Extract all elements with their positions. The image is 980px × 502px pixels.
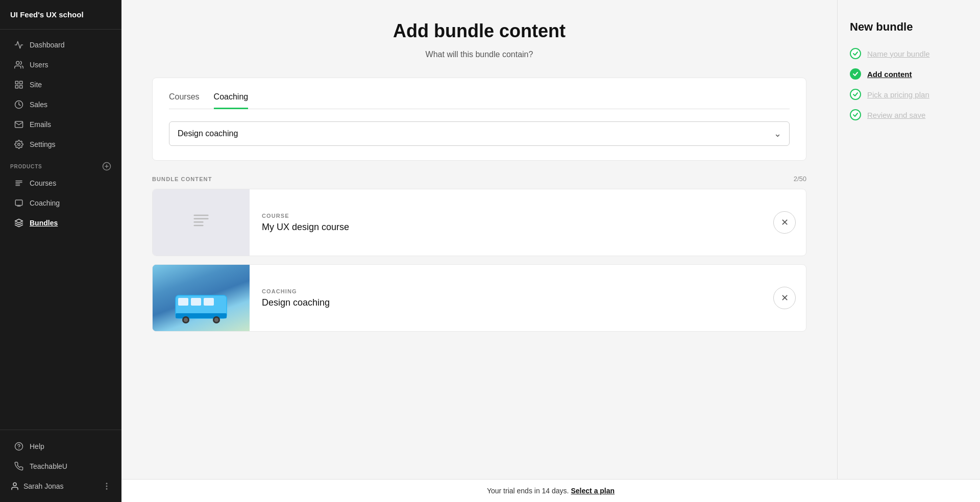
step-item-content: Add content bbox=[850, 68, 968, 80]
sidebar-item-site[interactable]: Site bbox=[4, 75, 117, 94]
sidebar-label-settings: Settings bbox=[30, 140, 56, 148]
sidebar-label-coaching: Coaching bbox=[30, 199, 60, 207]
new-bundle-title: New bundle bbox=[850, 20, 968, 34]
site-icon bbox=[14, 80, 23, 89]
dashboard-icon bbox=[14, 40, 23, 49]
content-tabs: Courses Coaching bbox=[169, 92, 790, 109]
dropdown-value: Design coaching bbox=[178, 129, 238, 138]
svg-rect-4 bbox=[20, 86, 22, 88]
svg-point-0 bbox=[16, 61, 19, 64]
center-panel: Add bundle content What will this bundle… bbox=[121, 0, 837, 479]
sidebar-label-sales: Sales bbox=[30, 101, 47, 109]
step-list: Name your bundle Add content Pick a pric… bbox=[850, 48, 968, 120]
teachableu-icon bbox=[14, 462, 23, 471]
sidebar-label-teachableu: TeachableU bbox=[30, 462, 67, 470]
svg-point-22 bbox=[106, 486, 107, 487]
sidebar-item-teachableu[interactable]: TeachableU bbox=[4, 457, 117, 476]
app-logo: UI Feed's UX school bbox=[0, 0, 121, 30]
coaching-icon bbox=[14, 198, 23, 208]
bundle-item-name-1: My UX design course bbox=[262, 222, 761, 233]
step-item-review: Review and save bbox=[850, 109, 968, 120]
step-label-pricing[interactable]: Pick a pricing plan bbox=[867, 90, 929, 99]
products-section-label: PRODUCTS bbox=[0, 155, 121, 173]
svg-point-6 bbox=[18, 143, 20, 146]
sidebar-item-dashboard[interactable]: Dashboard bbox=[4, 35, 117, 55]
bundle-item-name-2: Design coaching bbox=[262, 297, 761, 308]
step-label-name[interactable]: Name your bundle bbox=[867, 49, 930, 58]
sidebar: UI Feed's UX school Dashboard Users Site… bbox=[0, 0, 121, 502]
bundle-item-type-2: COACHING bbox=[262, 288, 761, 294]
bundle-content-label: BUNDLE CONTENT bbox=[152, 176, 212, 182]
right-panel: New bundle Name your bundle Add content bbox=[837, 0, 980, 479]
content-selection-card: Courses Coaching Design coaching ⌄ bbox=[152, 78, 806, 161]
sidebar-item-courses[interactable]: Courses bbox=[4, 173, 117, 193]
bundle-content-header: BUNDLE CONTENT 2/50 bbox=[152, 175, 806, 189]
course-placeholder-icon bbox=[191, 210, 211, 235]
step-item-name: Name your bundle bbox=[850, 48, 968, 59]
sidebar-item-settings[interactable]: Settings bbox=[4, 135, 117, 154]
bundle-item: COACHING Design coaching ✕ bbox=[152, 264, 806, 332]
help-icon bbox=[14, 442, 23, 451]
bottom-bar: Your trial ends in 14 days. Select a pla… bbox=[121, 479, 980, 502]
svg-rect-14 bbox=[15, 200, 22, 206]
tab-coaching[interactable]: Coaching bbox=[214, 92, 249, 109]
bundle-item-type-1: COURSE bbox=[262, 213, 761, 219]
settings-icon bbox=[14, 140, 23, 149]
sidebar-label-site: Site bbox=[30, 81, 42, 89]
sidebar-label-help: Help bbox=[30, 442, 44, 450]
remove-item-1-button[interactable]: ✕ bbox=[773, 211, 796, 234]
step-icon-name bbox=[850, 48, 861, 59]
user-name: Sarah Jonas bbox=[23, 482, 64, 490]
svg-point-23 bbox=[106, 489, 107, 490]
svg-rect-3 bbox=[15, 86, 18, 88]
select-plan-link[interactable]: Select a plan bbox=[571, 487, 615, 495]
add-product-icon[interactable] bbox=[102, 162, 111, 171]
sales-icon bbox=[14, 100, 23, 109]
step-icon-review bbox=[850, 109, 861, 120]
sidebar-user: Sarah Jonas bbox=[0, 476, 121, 496]
sidebar-item-bundles[interactable]: Bundles bbox=[4, 213, 117, 233]
coaching-dropdown-container: Design coaching ⌄ bbox=[169, 121, 790, 146]
bundle-content-section: BUNDLE CONTENT 2/50 COURSE My UX design … bbox=[152, 175, 806, 332]
courses-icon bbox=[14, 179, 23, 188]
coaching-dropdown[interactable]: Design coaching bbox=[169, 121, 790, 146]
remove-item-2-button[interactable]: ✕ bbox=[773, 287, 796, 309]
sidebar-item-help[interactable]: Help bbox=[4, 437, 117, 456]
sidebar-item-coaching[interactable]: Coaching bbox=[4, 193, 117, 213]
trial-text: Your trial ends in 14 days. bbox=[487, 487, 569, 495]
bundle-item-info-2: COACHING Design coaching bbox=[250, 278, 773, 318]
sidebar-item-users[interactable]: Users bbox=[4, 55, 117, 74]
page-subtitle: What will this bundle contain? bbox=[152, 50, 806, 59]
main-content: Add bundle content What will this bundle… bbox=[121, 0, 980, 502]
sidebar-label-dashboard: Dashboard bbox=[30, 41, 65, 49]
svg-rect-30 bbox=[191, 298, 201, 306]
sidebar-label-bundles: Bundles bbox=[30, 219, 58, 227]
svg-rect-2 bbox=[20, 81, 22, 84]
step-label-content[interactable]: Add content bbox=[867, 70, 912, 79]
step-label-review[interactable]: Review and save bbox=[867, 111, 925, 119]
svg-rect-31 bbox=[204, 298, 214, 306]
svg-rect-29 bbox=[178, 298, 188, 306]
user-menu-icon[interactable] bbox=[102, 482, 111, 491]
sidebar-nav: Dashboard Users Site Sales Emails Settin… bbox=[0, 30, 121, 430]
svg-marker-17 bbox=[15, 219, 23, 223]
bundle-item: COURSE My UX design course ✕ bbox=[152, 189, 806, 256]
user-avatar-icon bbox=[10, 482, 19, 491]
bundle-content-count: 2/50 bbox=[794, 175, 806, 183]
bundles-icon bbox=[14, 218, 23, 228]
svg-point-20 bbox=[13, 483, 16, 486]
bundle-item-thumbnail-1 bbox=[153, 189, 250, 256]
sidebar-bottom: Help TeachableU Sarah Jonas bbox=[0, 430, 121, 502]
page-title: Add bundle content bbox=[152, 20, 806, 42]
tab-courses[interactable]: Courses bbox=[169, 92, 200, 109]
bundle-item-thumbnail-2 bbox=[153, 265, 250, 331]
step-icon-content bbox=[850, 68, 861, 80]
sidebar-item-emails[interactable]: Emails bbox=[4, 115, 117, 134]
sidebar-label-emails: Emails bbox=[30, 120, 51, 129]
sidebar-item-sales[interactable]: Sales bbox=[4, 95, 117, 114]
svg-point-34 bbox=[184, 318, 188, 322]
svg-point-36 bbox=[214, 318, 218, 322]
bus-illustration bbox=[170, 285, 232, 326]
page-area: Add bundle content What will this bundle… bbox=[121, 0, 980, 479]
step-item-pricing: Pick a pricing plan bbox=[850, 89, 968, 100]
